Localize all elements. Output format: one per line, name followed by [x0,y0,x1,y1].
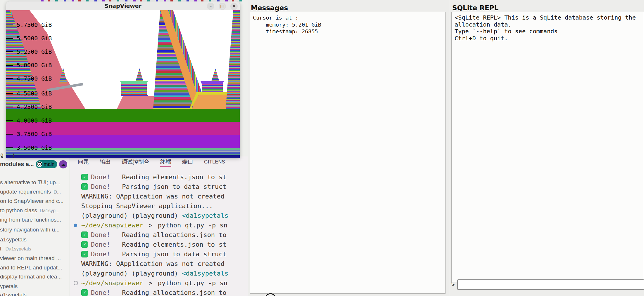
y-tick-label: 4.2500 GiB [17,103,52,110]
sidebar-item[interactable]: and to REPL and updat... [0,264,70,274]
terminal-line: ✓Done!Reading elements.json to st [70,172,248,182]
tick-mark [6,65,13,66]
y-tick: 4.5000 GiB [6,90,52,97]
terminal-output[interactable]: ✓Done!Reading elements.json to st ✓Done!… [70,168,248,296]
tick-mark [6,120,13,121]
terminal-prompt-line: ~/dev/snapviewer > python qt.py -p sn [70,220,248,230]
sidebar-item[interactable]: ypetals [0,283,70,292]
check-icon: ✓ [81,241,88,248]
maximize-button[interactable]: □ [219,3,226,10]
terminal-panel: 问题 输出 调试控制台 终端 端口 GITLENS ✓Done!Reading … [70,156,248,296]
repl-line: allocation data. [455,21,641,28]
sidebar-item[interactable]: to python classDa1syp... [0,207,70,216]
y-tick: 4.0000 GiB [6,117,52,124]
y-tick: 5.5000 GiB [6,35,52,41]
y-tick-label: 4.5000 GiB [17,90,52,97]
sidebar-item[interactable]: on to SnapViewer and c... [0,198,70,207]
y-tick-label: 3.7500 GiB [17,130,52,137]
minimize-button[interactable]: – [207,3,214,10]
y-tick: 3.5000 GiB [6,144,52,151]
y-tick: 5.2500 GiB [6,48,52,55]
sidebar-item-label: modules a... [0,161,34,168]
tick-mark [6,147,13,148]
repl-prompt: > [451,281,457,288]
terminal-line: (playground) (playground) <da1sypetals [70,269,248,278]
tab-output[interactable]: 输出 [100,158,111,166]
repl-title: SQLite REPL [452,4,498,12]
y-tick-label: 5.0000 GiB [17,62,52,69]
terminal-line: ✓Done!Reading allocations.json to [70,288,248,296]
sidebar-item[interactable]: l.Da1sypetals [0,245,70,255]
sidebar-item[interactable]: display format and clea... [0,274,70,283]
text-fragment: ( [12,152,15,159]
messages-title: Messages [251,4,288,12]
y-tick: 5.7500 GiB [6,22,52,28]
sidebar-item[interactable]: update requirementsD... [0,189,70,198]
tick-mark [6,51,13,52]
y-tick-label: 5.5000 GiB [17,35,52,42]
y-tick-label: 3.5000 GiB [17,144,52,151]
tick-mark [6,107,13,107]
check-icon: ✓ [81,289,88,296]
terminal-line: WARNING: QApplication was not created [70,259,248,269]
messages-panel: Messages Cursor is at : memory: 5.201 Gi… [248,0,449,296]
terminal-line: ✓Done!Parsing json to data struct [70,249,248,259]
y-tick-label: 5.7500 GiB [17,21,52,28]
sidebar-item[interactable]: viewer on main thread ... [0,255,70,264]
y-tick: 5.0000 GiB [6,62,52,68]
branch-badge-label: main [44,161,55,167]
terminal-line: Stopping SnapViewer application... [70,201,248,211]
message-line: Cursor is at : [253,14,442,21]
y-tick-label: 4.0000 GiB [17,117,52,124]
repl-line: <SqLite REPL> This is a SqLite database … [455,14,641,21]
sidebar-item[interactable]: ing from bare functinos... [0,217,70,226]
y-tick: 4.7500 GiB [6,75,52,82]
close-button[interactable]: ✕ [230,3,238,10]
tab-terminal[interactable]: 终端 [160,158,171,167]
messages-output-box: Cursor is at : memory: 5.201 GiB timesta… [250,12,446,294]
window-title: SnapViewer [104,3,141,9]
terminal-line: ✓Done!Parsing json to data struct [70,182,248,191]
check-icon: ✓ [81,174,88,180]
terminal-line: ✓Done!Reading elements.json to st [70,240,248,249]
memory-allocation-flamegraph[interactable]: 5.7500 GiB 5.5000 GiB 5.2500 GiB 5.0000 … [6,10,240,158]
tab-ports[interactable]: 端口 [182,158,193,166]
snapviewer-window: SnapViewer – □ ✕ [6,1,240,158]
message-line: timestamp: 26855 [253,28,442,35]
sidebar-item[interactable]: s alternative to TUI; up... [0,179,70,188]
terminal-prompt-line: ~/dev/snapviewer > python qt.py -p sn [70,278,248,288]
sqlite-repl-panel: SQLite REPL <SqLite REPL> This is a SqLi… [449,0,644,296]
sidebar-item[interactable]: a1sypetals [0,292,70,296]
terminal-line: WARNING: QApplication was not created [70,191,248,201]
branch-badge[interactable]: main [36,160,58,168]
y-tick: 4.2500 GiB [6,104,52,110]
target-icon [37,161,42,167]
tab-problems[interactable]: 问题 [78,158,89,166]
terminal-line: ✓Done!Reading allocations.json to [70,230,248,240]
sidebar-item[interactable]: story navigation with u... [0,227,70,236]
cloud-icon[interactable]: ☁ [59,160,67,168]
repl-command-input[interactable] [457,279,644,290]
snapviewer-titlebar[interactable]: SnapViewer – □ ✕ [6,1,240,10]
check-icon: ✓ [81,251,88,257]
tab-gitlens[interactable]: GITLENS [204,159,225,165]
check-icon: ✓ [81,231,88,238]
tick-mark [6,93,13,94]
repl-input-row: > [451,279,644,290]
tick-mark [6,78,13,79]
sidebar-item-current[interactable]: modules a... main ☁ [0,159,70,169]
tab-debug-console[interactable]: 调试控制台 [122,158,149,166]
navy-strip [6,155,240,158]
panel-tabs: 问题 输出 调试控制台 终端 端口 GITLENS [70,156,248,168]
sidebar-item[interactable]: a1sypetals [0,236,70,245]
tick-mark [6,38,13,39]
y-tick-label: 4.7500 GiB [17,75,52,82]
tick-mark [6,134,13,135]
terminal-line: (playground) (playground) <da1sypetals [70,211,248,220]
tick-mark [6,25,13,25]
repl-line: Ctrl+D to quit. [455,35,641,42]
repl-output-box: <SqLite REPL> This is a SqLite database … [451,12,644,283]
y-tick-label: 5.2500 GiB [17,48,52,55]
text-fragment: g [0,152,4,158]
message-line: memory: 5.201 GiB [253,21,442,28]
